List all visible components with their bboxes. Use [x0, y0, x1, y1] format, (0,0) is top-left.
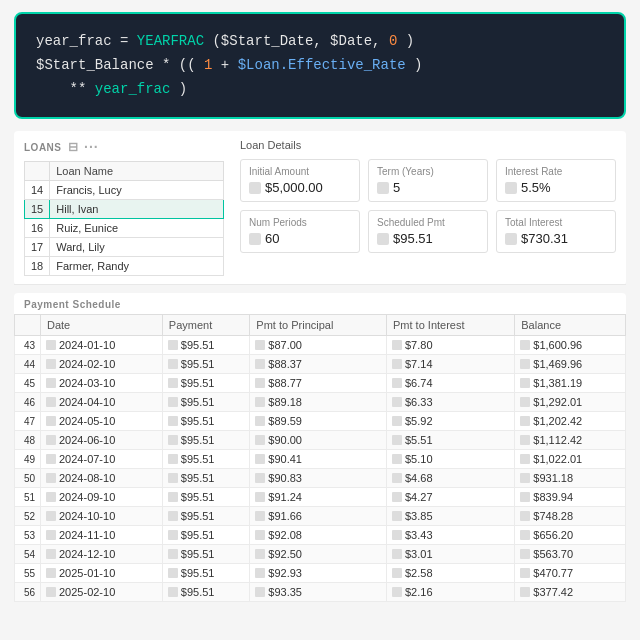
balance-icon [520, 359, 530, 369]
detail-card: Scheduled Pmt $95.51 [368, 210, 488, 253]
row-idx: 48 [15, 431, 41, 450]
row-loan-name: Hill, Ivan [50, 200, 224, 219]
row-principal: $92.50 [250, 545, 387, 564]
row-payment: $95.51 [162, 450, 250, 469]
payment-col-1: Date [41, 315, 163, 336]
balance-icon [520, 511, 530, 521]
row-idx: 47 [15, 412, 41, 431]
row-idx: 52 [15, 507, 41, 526]
detail-cell-icon [377, 233, 389, 245]
detail-value: $5,000.00 [249, 180, 351, 195]
loans-table-row[interactable]: 17 Ward, Lily [25, 238, 224, 257]
payment-icon [168, 492, 178, 502]
payment-icon [168, 435, 178, 445]
row-date: 2024-10-10 [41, 507, 163, 526]
row-principal: $90.41 [250, 450, 387, 469]
row-payment: $95.51 [162, 526, 250, 545]
date-icon [46, 359, 56, 369]
principal-icon [255, 359, 265, 369]
payment-icon [168, 454, 178, 464]
payment-row: 55 2025-01-10 $95.51 $92.93 $2.58 $470.7… [15, 564, 626, 583]
row-interest: $5.92 [386, 412, 514, 431]
more-icon[interactable]: ··· [84, 139, 99, 155]
row-interest: $2.58 [386, 564, 514, 583]
code-line-2: $Start_Balance * (( 1 + $Loan.Effective_… [36, 54, 604, 78]
row-num: 18 [25, 257, 50, 276]
date-icon [46, 549, 56, 559]
row-date: 2025-01-10 [41, 564, 163, 583]
row-payment: $95.51 [162, 374, 250, 393]
interest-icon [392, 397, 402, 407]
payment-col-2: Payment [162, 315, 250, 336]
interest-icon [392, 568, 402, 578]
row-date: 2024-04-10 [41, 393, 163, 412]
row-date: 2024-06-10 [41, 431, 163, 450]
date-icon [46, 511, 56, 521]
loans-table-row[interactable]: 15 Hill, Ivan [25, 200, 224, 219]
filter-icon[interactable]: ⊟ [68, 140, 79, 154]
detail-value: $95.51 [377, 231, 479, 246]
row-payment: $95.51 [162, 393, 250, 412]
interest-icon [392, 511, 402, 521]
loans-details-section: LOANS ⊟ ··· Loan Name 14 Francis, Lucy 1… [14, 131, 626, 285]
balance-icon [520, 340, 530, 350]
loans-table-row[interactable]: 18 Farmer, Randy [25, 257, 224, 276]
loans-table-row[interactable]: 16 Ruiz, Eunice [25, 219, 224, 238]
row-date: 2024-05-10 [41, 412, 163, 431]
row-idx: 53 [15, 526, 41, 545]
payment-row: 44 2024-02-10 $95.51 $88.37 $7.14 $1,469… [15, 355, 626, 374]
date-icon [46, 454, 56, 464]
detail-label: Num Periods [249, 217, 351, 228]
payment-row: 53 2024-11-10 $95.51 $92.08 $3.43 $656.2… [15, 526, 626, 545]
row-balance: $839.94 [515, 488, 626, 507]
detail-card: Total Interest $730.31 [496, 210, 616, 253]
payment-section: Payment Schedule DatePaymentPmt to Princ… [14, 293, 626, 602]
row-principal: $88.77 [250, 374, 387, 393]
payment-schedule-title: Payment Schedule [14, 293, 626, 314]
balance-icon [520, 530, 530, 540]
row-idx: 43 [15, 336, 41, 355]
date-icon [46, 416, 56, 426]
row-interest: $7.14 [386, 355, 514, 374]
principal-icon [255, 511, 265, 521]
principal-icon [255, 397, 265, 407]
row-payment: $95.51 [162, 431, 250, 450]
row-date: 2025-02-10 [41, 583, 163, 602]
row-num: 17 [25, 238, 50, 257]
payment-row: 48 2024-06-10 $95.51 $90.00 $5.51 $1,112… [15, 431, 626, 450]
row-interest: $4.68 [386, 469, 514, 488]
payment-col-0 [15, 315, 41, 336]
principal-icon [255, 378, 265, 388]
date-icon [46, 378, 56, 388]
interest-icon [392, 378, 402, 388]
loans-label: LOANS [24, 142, 62, 153]
row-interest: $3.85 [386, 507, 514, 526]
detail-value: 5.5% [505, 180, 607, 195]
payment-icon [168, 530, 178, 540]
row-interest: $7.80 [386, 336, 514, 355]
balance-icon [520, 492, 530, 502]
interest-icon [392, 549, 402, 559]
date-icon [46, 492, 56, 502]
row-interest: $2.16 [386, 583, 514, 602]
payment-row: 43 2024-01-10 $95.51 $87.00 $7.80 $1,600… [15, 336, 626, 355]
loans-table-row[interactable]: 14 Francis, Lucy [25, 181, 224, 200]
interest-icon [392, 416, 402, 426]
date-icon [46, 473, 56, 483]
detail-cell-icon [505, 233, 517, 245]
principal-icon [255, 530, 265, 540]
payment-icon [168, 397, 178, 407]
balance-icon [520, 435, 530, 445]
payment-icon [168, 587, 178, 597]
row-date: 2024-03-10 [41, 374, 163, 393]
principal-icon [255, 454, 265, 464]
row-payment: $95.51 [162, 564, 250, 583]
detail-label: Initial Amount [249, 166, 351, 177]
row-idx: 46 [15, 393, 41, 412]
payment-col-3: Pmt to Principal [250, 315, 387, 336]
row-interest: $3.43 [386, 526, 514, 545]
date-icon [46, 340, 56, 350]
row-loan-name: Farmer, Randy [50, 257, 224, 276]
payment-icon [168, 359, 178, 369]
payment-row: 47 2024-05-10 $95.51 $89.59 $5.92 $1,202… [15, 412, 626, 431]
